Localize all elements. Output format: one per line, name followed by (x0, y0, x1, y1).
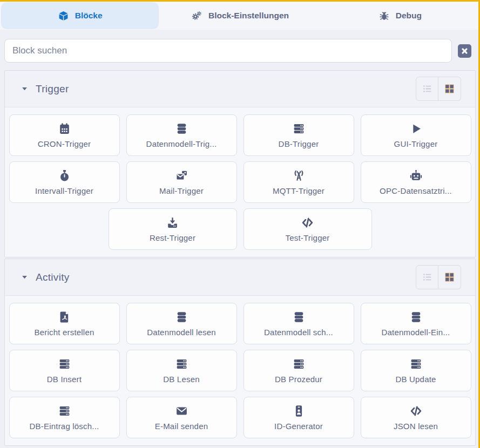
block-card[interactable]: DB Update (361, 350, 471, 391)
block-card[interactable]: DB Insert (9, 350, 120, 391)
block-card-label: Rest-Trigger (150, 233, 195, 242)
tab-debug[interactable]: Debug (321, 2, 479, 29)
block-card[interactable]: JSON lesen (361, 397, 471, 438)
block-card[interactable]: Datenmodell-Trig... (126, 114, 237, 156)
block-card-label: MQTT-Trigger (273, 186, 324, 195)
block-section-activity: Activity Bericht erstellen Datenmodell l… (4, 259, 476, 446)
mail-bulk-icon (175, 169, 188, 182)
block-card-label: DB Insert (47, 375, 82, 384)
block-card-label: DB Lesen (163, 375, 199, 384)
list-view-icon (422, 271, 433, 283)
block-card-label: GUI-Trigger (394, 139, 438, 148)
block-card[interactable]: DB Prozedur (244, 350, 354, 391)
tab-block-einstellungen[interactable]: Block-Einstellungen (161, 2, 319, 29)
section-title: Activity (36, 271, 70, 283)
block-card[interactable]: Mail-Trigger (126, 161, 237, 203)
view-toggle (416, 77, 461, 101)
list-view-button[interactable] (416, 265, 438, 289)
block-card[interactable]: Datenmodell lesen (126, 303, 237, 344)
block-card-label: DB-Eintrag lösch... (30, 422, 99, 431)
block-card[interactable]: GUI-Trigger (361, 114, 471, 156)
block-card[interactable]: E-Mail senden (126, 397, 237, 438)
block-card-label: DB Prozedur (275, 375, 322, 384)
section-header[interactable]: Activity (5, 259, 475, 296)
tab-label: Blöcke (75, 11, 103, 21)
caret-down-icon[interactable] (21, 85, 29, 93)
bug-icon (378, 10, 390, 22)
block-card[interactable]: Datenmodell-Ein... (361, 303, 471, 344)
section-header[interactable]: Trigger (5, 71, 475, 107)
section-body: CRON-Trigger Datenmodell-Trig... DB-Trig… (5, 107, 475, 257)
database-icon (175, 122, 188, 135)
block-card-label: Mail-Trigger (159, 186, 204, 195)
block-card[interactable]: CRON-Trigger (9, 114, 120, 156)
list-view-button[interactable] (416, 77, 438, 101)
tab-bar: Blöcke Block-Einstellungen Debug (0, 0, 480, 30)
grid-view-icon (444, 271, 455, 283)
block-card-label: OPC-Datensatztri... (380, 186, 452, 195)
block-card[interactable]: Datenmodell sch... (244, 303, 354, 344)
tab-label: Block-Einstellungen (208, 11, 289, 21)
envelope-icon (175, 404, 188, 418)
block-card[interactable]: MQTT-Trigger (244, 161, 354, 203)
block-card[interactable]: Bericht erstellen (9, 303, 120, 344)
block-card-label: Intervall-Trigger (35, 186, 93, 195)
database-icon (409, 310, 423, 324)
block-card[interactable]: DB-Trigger (244, 114, 354, 156)
view-toggle (416, 265, 461, 289)
tab-bl-cke[interactable]: Blöcke (1, 2, 159, 29)
server-icon (292, 357, 306, 371)
grid-view-button[interactable] (438, 77, 461, 101)
block-card-label: Test-Trigger (286, 233, 330, 242)
caret-down-icon[interactable] (21, 273, 29, 281)
block-card-label: E-Mail senden (155, 422, 208, 431)
section-body: Bericht erstellen Datenmodell lesen Date… (5, 296, 475, 445)
block-card-label: Bericht erstellen (35, 328, 94, 337)
search-row (4, 39, 471, 63)
block-card-label: JSON lesen (394, 422, 438, 431)
block-card[interactable]: Rest-Trigger (109, 208, 237, 250)
database-icon (292, 310, 306, 324)
block-card[interactable]: Test-Trigger (244, 208, 372, 250)
id-badge-icon (292, 404, 306, 418)
block-card[interactable]: OPC-Datensatztri... (361, 161, 471, 203)
close-icon (460, 46, 469, 56)
block-card[interactable]: Intervall-Trigger (9, 161, 120, 203)
server-icon (175, 357, 188, 371)
block-card-label: DB Update (395, 375, 436, 384)
download-icon (166, 216, 179, 229)
search-input[interactable] (4, 39, 452, 63)
server-icon (58, 404, 71, 418)
section-title: Trigger (36, 83, 69, 95)
broadcast-tower-icon (292, 169, 306, 182)
robot-icon (409, 169, 423, 182)
block-section-trigger: Trigger CRON-Trigger Datenmodell-Trig...… (4, 70, 476, 257)
block-panel: { "colors": { "accent_yellow": "#f0b400"… (0, 0, 480, 448)
grid-view-button[interactable] (438, 265, 461, 289)
block-card[interactable]: ID-Generator (244, 397, 354, 438)
file-pdf-icon (58, 310, 71, 324)
cube-icon (58, 10, 69, 22)
server-icon (58, 357, 71, 371)
block-card-label: Datenmodell lesen (147, 328, 216, 337)
database-icon (175, 310, 188, 324)
calendar-icon (58, 122, 71, 135)
block-card-label: Datenmodell-Trig... (146, 139, 217, 148)
sections-container: Trigger CRON-Trigger Datenmodell-Trig...… (0, 70, 480, 446)
block-card-label: ID-Generator (274, 422, 323, 431)
list-view-icon (422, 83, 433, 94)
block-card-label: CRON-Trigger (38, 139, 91, 148)
clear-search-button[interactable] (458, 44, 471, 58)
gears-icon (191, 10, 202, 22)
panel-top-accent (0, 0, 480, 2)
grid-view-icon (444, 83, 455, 94)
stopwatch-icon (58, 169, 71, 182)
server-icon (409, 357, 423, 371)
block-card-label: Datenmodell-Ein... (382, 328, 450, 337)
block-card[interactable]: DB Lesen (126, 350, 237, 391)
server-icon (292, 122, 306, 135)
block-card-label: Datenmodell sch... (264, 328, 333, 337)
code-icon (301, 216, 314, 229)
block-card[interactable]: DB-Eintrag lösch... (9, 397, 120, 438)
code-icon (409, 404, 423, 418)
